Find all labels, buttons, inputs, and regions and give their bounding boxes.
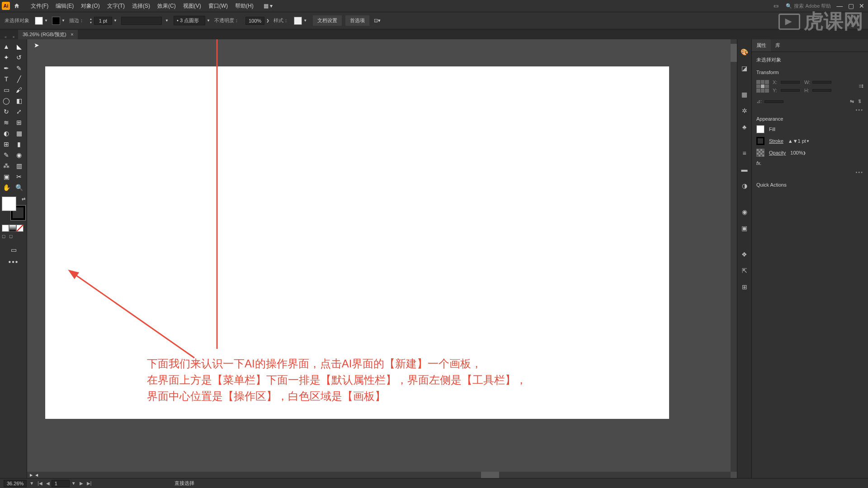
flip-h-icon[interactable]: ⇋: [850, 99, 854, 104]
column-graph-tool[interactable]: ▥: [13, 160, 25, 171]
color-mode-gradient[interactable]: [9, 225, 16, 232]
hscroll-thumb[interactable]: [481, 472, 499, 478]
document-setup-button[interactable]: 文档设置: [313, 15, 342, 26]
slice-tool[interactable]: ✂: [13, 171, 25, 182]
fill-color[interactable]: [2, 197, 16, 211]
canvas-area[interactable]: ➤ 下面我们来认识一下AI的操作界面，点击AI界面的【新建】一个画板， 在界面上…: [27, 39, 737, 478]
appearance-stroke-swatch[interactable]: [756, 137, 764, 145]
draw-behind[interactable]: ◻: [9, 234, 16, 241]
perspective-tool[interactable]: ▦: [13, 128, 25, 139]
menu-edit[interactable]: 编辑(E): [52, 2, 77, 10]
zoom-dd[interactable]: ▼: [28, 481, 36, 486]
appearance-panel-icon[interactable]: ◉: [739, 206, 750, 217]
last-artboard[interactable]: ▶|: [85, 481, 94, 486]
paintbrush-tool[interactable]: 🖌: [13, 84, 25, 95]
stroke-weight-field[interactable]: 1 pt: [94, 17, 112, 25]
reference-point[interactable]: [756, 80, 769, 93]
hand-tool[interactable]: ✋: [0, 182, 13, 193]
swap-fill-stroke-icon[interactable]: ⇄: [22, 197, 25, 202]
preferences-button[interactable]: 首选项: [345, 15, 369, 26]
first-artboard[interactable]: |◀: [36, 481, 44, 486]
artboard[interactable]: 下面我们来认识一下AI的操作界面，点击AI界面的【新建】一个画板， 在界面上方是…: [45, 66, 669, 419]
appearance-fill-swatch[interactable]: [756, 125, 764, 133]
appearance-opacity-swatch[interactable]: [756, 149, 764, 157]
zoom-field[interactable]: 36.26%: [4, 480, 27, 487]
properties-tab[interactable]: 属性: [752, 39, 771, 52]
transform-more[interactable]: •••: [756, 107, 863, 113]
symbols-panel-icon[interactable]: ♣: [739, 122, 750, 132]
style-dd[interactable]: ▼: [303, 17, 307, 25]
libraries-tab[interactable]: 库: [771, 39, 785, 52]
fill-swatch[interactable]: [35, 17, 43, 25]
maximize-icon[interactable]: ▢: [848, 2, 854, 9]
artboard-number-field[interactable]: 1: [52, 480, 70, 487]
fill-dropdown[interactable]: ▼: [44, 17, 48, 25]
graphic-styles-icon[interactable]: ▣: [739, 223, 750, 234]
minimize-icon[interactable]: —: [836, 2, 843, 9]
stroke-profile[interactable]: [121, 17, 162, 25]
gradient-panel-icon[interactable]: ▬: [739, 164, 750, 175]
color-mode-none[interactable]: [16, 225, 24, 232]
color-mode-solid[interactable]: [2, 225, 9, 232]
lasso-tool[interactable]: ↺: [13, 52, 25, 63]
stroke-dropdown[interactable]: ▼: [61, 17, 66, 25]
frame-icon[interactable]: ▭: [774, 3, 778, 9]
help-search[interactable]: 🔍 搜索 Adobe 帮助: [786, 3, 831, 9]
line-tool[interactable]: ╱: [13, 74, 25, 84]
stroke-panel-icon[interactable]: ≡: [739, 148, 750, 159]
home-icon[interactable]: [13, 2, 21, 10]
free-transform-tool[interactable]: ⊞: [13, 117, 25, 128]
artboard-dd[interactable]: ▼: [70, 481, 78, 486]
appearance-stroke-field[interactable]: 1 pt: [798, 138, 806, 144]
color-panel-icon[interactable]: 🎨: [739, 47, 750, 57]
eyedropper-tool[interactable]: ✎: [0, 150, 13, 160]
asset-export-icon[interactable]: ⇱: [739, 265, 750, 276]
type-tool[interactable]: T: [0, 74, 13, 84]
menu-help[interactable]: 帮助(H): [231, 2, 257, 10]
brush-dd[interactable]: ▼: [206, 17, 211, 25]
document-tab[interactable]: 36.26% (RGB/预览) ×: [18, 30, 78, 39]
brushes-panel-icon[interactable]: ✲: [739, 105, 750, 116]
scale-tool[interactable]: ⤢: [13, 106, 25, 117]
pen-tool[interactable]: ✒: [0, 63, 13, 74]
rectangle-tool[interactable]: ▭: [0, 84, 13, 95]
curvature-tool[interactable]: ✎: [13, 63, 25, 74]
symbol-sprayer-tool[interactable]: ⁂: [0, 160, 13, 171]
angle-field[interactable]: [764, 100, 783, 103]
next-artboard[interactable]: ▶: [78, 481, 85, 486]
prev-artboard[interactable]: ◀: [44, 481, 52, 486]
artboards-panel-icon[interactable]: ⊞: [739, 282, 750, 292]
menu-object[interactable]: 对象(O): [77, 2, 103, 10]
stroke-weight-spinner[interactable]: ▲▼: [90, 17, 92, 24]
horizontal-scrollbar[interactable]: ▶ ◀: [27, 472, 731, 478]
stroke-profile-dd[interactable]: ▼: [165, 17, 169, 25]
menu-window[interactable]: 窗口(W): [205, 2, 231, 10]
tab-close-icon[interactable]: ×: [71, 32, 74, 37]
artboard-tool[interactable]: ▣: [0, 171, 13, 182]
fill-stroke-control[interactable]: ⇄: [2, 197, 25, 220]
stroke-weight-dd[interactable]: ▼: [113, 17, 118, 25]
y-field[interactable]: [781, 89, 800, 92]
stroke-swatch[interactable]: [52, 17, 60, 25]
menu-file[interactable]: 文件(F): [27, 2, 52, 10]
edit-toolbar[interactable]: •••: [0, 255, 27, 269]
fx-label[interactable]: fx.: [756, 160, 863, 166]
shaper-tool[interactable]: ◯: [0, 95, 13, 106]
color-guide-icon[interactable]: ◪: [739, 63, 750, 74]
arrange-docs-icon[interactable]: ▦ ▾: [264, 3, 273, 9]
menu-view[interactable]: 视图(V): [179, 2, 205, 10]
layers-panel-icon[interactable]: ❖: [739, 249, 750, 260]
brush-field[interactable]: • 3 点圆形: [174, 16, 205, 25]
menu-effect[interactable]: 效果(C): [154, 2, 179, 10]
flip-v-icon[interactable]: ⥮: [858, 99, 862, 104]
appearance-stroke-spinner[interactable]: ▲▼: [788, 138, 798, 144]
direct-selection-tool[interactable]: ◣: [13, 41, 25, 52]
eraser-tool[interactable]: ◧: [13, 95, 25, 106]
selection-tool[interactable]: ▲: [0, 41, 13, 52]
draw-normal[interactable]: ◻: [2, 234, 9, 241]
gradient-tool[interactable]: ▮: [13, 139, 25, 150]
appearance-opacity-field[interactable]: 100%: [790, 150, 803, 155]
vertical-scrollbar[interactable]: [731, 39, 737, 472]
vscroll-thumb[interactable]: [731, 44, 737, 62]
align-icon[interactable]: ⊡▾: [374, 18, 381, 23]
